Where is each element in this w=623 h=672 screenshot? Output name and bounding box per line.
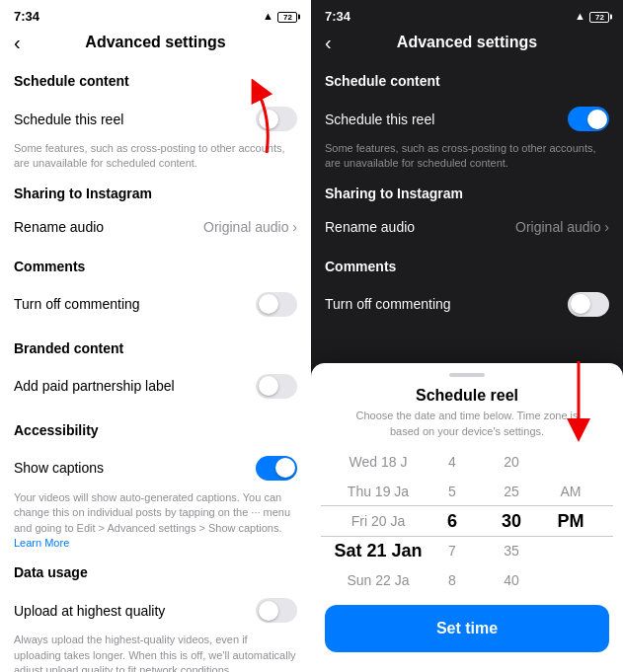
left-panel: 7:34 ▲ 72 ‹ Advanced settings Schedule c… — [0, 0, 311, 672]
left-toggle-captions[interactable] — [256, 456, 297, 481]
picker-pm: PM — [541, 506, 600, 536]
left-label-captions: Show captions — [14, 460, 104, 476]
left-section-branded: Branded content — [14, 340, 297, 356]
picker-ampm-empty — [541, 536, 600, 565]
picker-container[interactable]: Wed 18 J Thu 19 Ja Fri 20 Ja Sat 21 Jan … — [311, 447, 623, 595]
left-back-button[interactable]: ‹ — [14, 32, 21, 54]
picker-am — [541, 447, 600, 477]
left-toggle-schedule-reel[interactable] — [256, 107, 297, 131]
left-label-upload-quality: Upload at highest quality — [14, 603, 165, 619]
left-value-rename-audio: Original audio › — [203, 219, 297, 235]
right-toggle-schedule-reel-knob — [587, 110, 607, 129]
picker-day-sat: Sat 21 Jan — [334, 536, 423, 565]
left-section-comments: Comments — [14, 259, 297, 274]
picker-minute-25: 25 — [482, 477, 541, 506]
left-page-title: Advanced settings — [85, 34, 225, 51]
picker-hour-column[interactable]: 4 5 6 7 8 — [423, 447, 482, 595]
left-section-schedule: Schedule content — [14, 73, 297, 89]
left-label-schedule-reel: Schedule this reel — [14, 112, 123, 127]
right-panel: 7:34 ▲ 72 ‹ Advanced settings Schedule c… — [311, 0, 623, 672]
learn-more-link[interactable]: Learn More — [14, 537, 69, 549]
left-section-data: Data usage — [14, 564, 297, 580]
right-back-button[interactable]: ‹ — [325, 32, 332, 54]
right-battery-icon: 72 — [589, 10, 609, 23]
left-status-bar: 7:34 ▲ 72 — [0, 0, 311, 28]
picker-hour-8: 8 — [423, 565, 482, 595]
right-page-title: Advanced settings — [397, 34, 537, 51]
right-section-schedule: Schedule content — [325, 73, 609, 89]
left-note-schedule: Some features, such as cross-posting to … — [14, 141, 297, 172]
right-toggle-commenting[interactable] — [568, 292, 609, 317]
picker-ampm-empty2 — [541, 565, 600, 595]
left-label-commenting: Turn off commenting — [14, 296, 140, 312]
sheet-subtitle: Choose the date and time below. Time zon… — [311, 409, 623, 439]
right-label-rename-audio: Rename audio — [325, 219, 415, 235]
right-section-sharing: Sharing to Instagram — [325, 186, 609, 201]
left-wifi-icon: ▲ — [263, 10, 273, 22]
right-label-commenting: Turn off commenting — [325, 296, 451, 312]
picker-day-fri: Fri 20 Ja — [334, 506, 423, 536]
left-row-captions: Show captions — [14, 446, 297, 490]
picker-am-2: AM — [541, 477, 600, 506]
picker-ampm-column[interactable]: AM PM — [541, 447, 600, 595]
right-status-bar: 7:34 ▲ 72 — [311, 0, 623, 28]
sheet-title: Schedule reel — [311, 387, 623, 405]
picker-minute-column[interactable]: 20 25 30 35 40 — [482, 447, 541, 595]
left-battery-icon: 72 — [277, 10, 297, 23]
right-wifi-icon: ▲ — [575, 10, 585, 22]
picker-hour-6: 6 — [423, 506, 482, 536]
sheet-handle — [449, 373, 485, 377]
right-row-rename-audio[interactable]: Rename audio Original audio › — [325, 209, 609, 245]
right-section-comments: Comments — [325, 259, 609, 274]
left-toggle-upload-quality[interactable] — [256, 598, 297, 623]
picker-minute-35: 35 — [482, 536, 541, 565]
left-toggle-upload-quality-knob — [259, 601, 278, 621]
right-header: ‹ Advanced settings — [311, 28, 623, 59]
left-toggle-commenting[interactable] — [256, 292, 297, 317]
left-row-commenting: Turn off commenting — [14, 282, 297, 327]
left-time: 7:34 — [14, 9, 39, 24]
right-note-schedule: Some features, such as cross-posting to … — [325, 141, 609, 172]
right-row-schedule-reel: Schedule this reel — [325, 97, 609, 141]
left-row-schedule-reel: Schedule this reel — [14, 97, 297, 141]
left-toggle-partnership[interactable] — [256, 374, 297, 399]
left-label-rename-audio: Rename audio — [14, 219, 104, 235]
picker-minute-30: 30 — [482, 506, 541, 536]
schedule-reel-sheet: Schedule reel Choose the date and time b… — [311, 363, 623, 672]
left-toggle-commenting-knob — [259, 294, 278, 314]
left-section-sharing: Sharing to Instagram — [14, 186, 297, 201]
right-toggle-commenting-knob — [571, 294, 590, 314]
picker-minute-40: 40 — [482, 565, 541, 595]
right-label-schedule-reel: Schedule this reel — [325, 112, 434, 127]
left-label-partnership: Add paid partnership label — [14, 378, 175, 394]
picker-hour-5: 5 — [423, 477, 482, 506]
right-status-icons: ▲ 72 — [575, 10, 609, 23]
picker-minute-20: 20 — [482, 447, 541, 477]
set-time-button[interactable]: Set time — [325, 605, 609, 652]
picker-day-sun: Sun 22 Ja — [334, 565, 423, 595]
right-home-indicator — [418, 660, 516, 664]
right-value-rename-audio: Original audio › — [515, 219, 609, 235]
left-toggle-captions-knob — [275, 458, 295, 478]
left-row-partnership: Add paid partnership label — [14, 364, 297, 409]
left-toggle-partnership-knob — [259, 376, 278, 396]
picker-day-wed: Wed 18 J — [334, 447, 423, 477]
left-row-upload-quality: Upload at highest quality — [14, 588, 297, 633]
right-row-commenting: Turn off commenting — [325, 282, 609, 327]
left-status-icons: ▲ 72 — [263, 10, 297, 23]
left-note-accessibility: Your videos will show auto-generated cap… — [14, 490, 297, 552]
left-toggle-schedule-reel-knob — [259, 110, 278, 129]
picker-hour-4: 4 — [423, 447, 482, 477]
picker-hour-7: 7 — [423, 536, 482, 565]
picker-day-column[interactable]: Wed 18 J Thu 19 Ja Fri 20 Ja Sat 21 Jan … — [334, 447, 423, 595]
left-section-accessibility: Accessibility — [14, 422, 297, 438]
right-toggle-schedule-reel[interactable] — [568, 107, 609, 131]
left-header: ‹ Advanced settings — [0, 28, 311, 59]
picker-day-thu: Thu 19 Ja — [334, 477, 423, 506]
right-time: 7:34 — [325, 9, 350, 24]
left-content: Schedule content Schedule this reel Some… — [0, 59, 311, 672]
left-row-rename-audio[interactable]: Rename audio Original audio › — [14, 209, 297, 245]
left-note-data: Always upload the highest-quality videos… — [14, 633, 297, 672]
